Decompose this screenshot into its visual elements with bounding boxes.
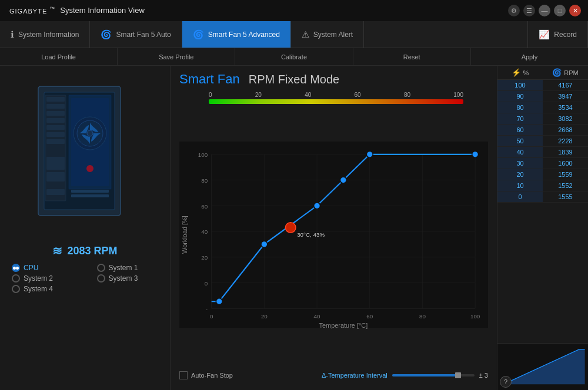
gradient-label-0: 0: [209, 92, 212, 98]
fan-option-system3-label: System 3: [109, 274, 138, 283]
curve-point-2[interactable]: [314, 203, 320, 209]
fan-option-system1[interactable]: System 1: [97, 264, 165, 272]
rpm-row[interactable]: 100 4167: [497, 80, 588, 91]
tab-smart-fan-advanced-label: Smart Fan 5 Advanced: [208, 31, 280, 39]
auto-fan-stop-checkbox[interactable]: [179, 371, 188, 379]
load-profile-button[interactable]: Load Profile: [0, 48, 118, 65]
fan-option-system4[interactable]: System 4: [12, 285, 79, 293]
apply-button[interactable]: Apply: [471, 48, 588, 65]
curve-point-3[interactable]: [340, 177, 346, 183]
svg-text:100: 100: [198, 152, 208, 158]
pct-cell: 40: [497, 147, 543, 157]
curve-point-4[interactable]: [366, 151, 373, 157]
auto-fan-stop[interactable]: Auto-Fan Stop: [179, 371, 233, 379]
rpm-cell: 3947: [543, 91, 588, 102]
list-button[interactable]: ☰: [523, 5, 535, 16]
rpm-row[interactable]: 70 3082: [497, 113, 588, 125]
rpm-row[interactable]: 10 1552: [497, 180, 588, 191]
chart-wrapper: Workload [%] 100 80 6: [179, 106, 488, 363]
fan-option-system4-label: System 4: [24, 285, 53, 293]
tab-smart-fan-auto[interactable]: 🌀 Smart Fan 5 Auto: [90, 21, 182, 48]
record-icon: 📈: [539, 29, 550, 40]
minimize-button[interactable]: —: [539, 5, 550, 16]
rpm-cell: 1600: [543, 158, 588, 169]
svg-rect-10: [46, 157, 65, 170]
svg-rect-8: [46, 132, 65, 137]
radio-system2: [12, 274, 20, 283]
rpm-row[interactable]: 50 2228: [497, 136, 588, 147]
tab-smart-fan-auto-label: Smart Fan 5 Auto: [116, 31, 171, 39]
pct-cell: 0: [497, 191, 543, 202]
rpm-cell: 2228: [543, 136, 588, 146]
curve-point-5[interactable]: [472, 151, 479, 157]
close-button[interactable]: ✕: [569, 5, 581, 16]
svg-text:80: 80: [419, 313, 426, 320]
tab-record[interactable]: 📈 Record: [527, 21, 588, 48]
rpm-row[interactable]: 0 1555: [497, 191, 588, 203]
nav-tabs: ℹ System Information 🌀 Smart Fan 5 Auto …: [0, 21, 588, 48]
chart-title-mode: RPM Fixed Mode: [249, 73, 340, 86]
fan-curve-chart[interactable]: Workload [%] 100 80 6: [179, 106, 488, 363]
rpm-row[interactable]: 40 1839: [497, 147, 588, 158]
reset-button[interactable]: Reset: [353, 48, 471, 65]
rpm-display: ≋ 2083 RPM: [52, 244, 117, 258]
help-button[interactable]: ?: [500, 376, 512, 388]
rpm-table-header: ⚡ % 🌀 RPM: [497, 66, 588, 80]
settings-button[interactable]: ⚙: [508, 5, 520, 16]
svg-text:100: 100: [470, 313, 480, 320]
rpm-row[interactable]: 30 1600: [497, 158, 588, 169]
pct-cell: 20: [497, 169, 543, 180]
gradient-label-100: 100: [453, 92, 463, 98]
svg-rect-19: [71, 194, 109, 197]
fan-select-grid: CPU System 1 System 2 System 3 System 4: [6, 264, 164, 293]
rpm-row[interactable]: 90 3947: [497, 91, 588, 102]
fan-advanced-icon: 🌀: [193, 29, 204, 40]
fan-option-system3[interactable]: System 3: [97, 274, 165, 283]
svg-text:0: 0: [205, 280, 208, 287]
alert-icon: ⚠: [302, 29, 309, 40]
pct-cell: 60: [497, 125, 543, 135]
chart-title: Smart Fan RPM Fixed Mode: [179, 72, 488, 87]
rpm-cell: 4167: [543, 80, 588, 90]
svg-rect-20: [46, 189, 65, 195]
pct-column-header: ⚡ %: [497, 66, 543, 79]
radio-system3: [97, 274, 105, 283]
slider-thumb: [455, 372, 461, 378]
svg-text:20: 20: [201, 254, 208, 261]
auto-fan-stop-label: Auto-Fan Stop: [191, 372, 233, 379]
fan-option-cpu[interactable]: CPU: [12, 264, 79, 272]
svg-rect-11: [46, 172, 65, 181]
temp-interval-slider[interactable]: [392, 374, 475, 376]
brand-name: GIGABYTE: [9, 8, 47, 15]
pct-cell: 90: [497, 91, 543, 102]
rpm-cell: 3534: [543, 102, 588, 113]
svg-rect-21: [69, 95, 111, 189]
rpm-cell: 2668: [543, 125, 588, 135]
tab-system-info[interactable]: ℹ System Information: [0, 21, 90, 48]
svg-text:80: 80: [201, 177, 208, 184]
pct-cell: 10: [497, 180, 543, 191]
rpm-row[interactable]: 20 1559: [497, 169, 588, 180]
trademark: ™: [49, 6, 55, 12]
tab-smart-fan-advanced[interactable]: 🌀 Smart Fan 5 Advanced: [182, 21, 291, 48]
current-temp-point: [285, 223, 296, 233]
svg-rect-9: [46, 139, 65, 144]
rpm-cell: 1559: [543, 169, 588, 180]
main-content: ≋ 2083 RPM CPU System 1 System 2 System …: [0, 66, 588, 390]
rpm-chart-preview: ?: [497, 343, 588, 390]
tab-system-alert[interactable]: ⚠ System Alert: [291, 21, 364, 48]
fan-option-system2[interactable]: System 2: [12, 274, 79, 283]
rpm-header-icon: 🌀: [552, 68, 562, 77]
rpm-row[interactable]: 60 2668: [497, 125, 588, 136]
svg-text:60: 60: [201, 203, 208, 210]
curve-point-1[interactable]: [261, 241, 268, 247]
save-profile-button[interactable]: Save Profile: [118, 48, 235, 65]
maximize-button[interactable]: □: [554, 5, 566, 16]
curve-point-0[interactable]: [216, 298, 222, 305]
window-controls: ⚙ ☰ — □ ✕: [508, 5, 581, 16]
calibrate-button[interactable]: Calibrate: [235, 48, 353, 65]
svg-rect-6: [46, 118, 65, 123]
rpm-row[interactable]: 80 3534: [497, 102, 588, 113]
gradient-label-60: 60: [355, 92, 361, 98]
svg-text:40: 40: [314, 313, 320, 320]
